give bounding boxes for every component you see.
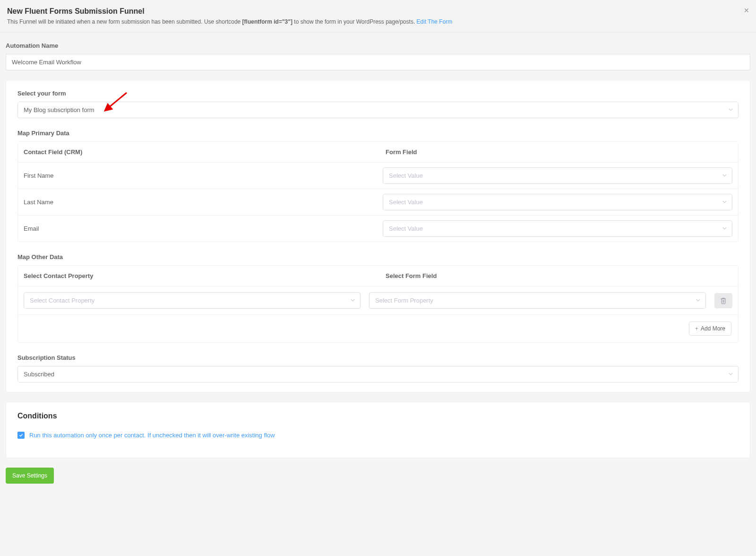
form-field-select[interactable]: Select Value bbox=[383, 194, 732, 210]
subscription-status-value: Subscribed bbox=[24, 371, 54, 378]
select-form-label: Select your form bbox=[17, 90, 739, 97]
conditions-card: Conditions Run this automation only once… bbox=[6, 402, 750, 458]
chevron-down-icon bbox=[350, 297, 355, 304]
conditions-title: Conditions bbox=[17, 412, 739, 420]
form-field-select[interactable]: Select Value bbox=[383, 167, 732, 184]
table-header: Contact Field (CRM) Form Field bbox=[18, 142, 738, 163]
checkbox-icon bbox=[17, 432, 25, 439]
contact-field-label: Last Name bbox=[24, 199, 373, 206]
edit-form-link[interactable]: Edit The Form bbox=[417, 18, 453, 25]
run-once-checkbox-label: Run this automation only once per contac… bbox=[29, 432, 275, 439]
contact-field-label: Email bbox=[24, 225, 373, 232]
map-other-group: Map Other Data Select Contact Property S… bbox=[17, 253, 739, 343]
map-primary-label: Map Primary Data bbox=[17, 130, 739, 137]
th-contact-field: Contact Field (CRM) bbox=[18, 142, 376, 162]
chevron-down-icon bbox=[722, 225, 727, 232]
table-row: Select Contact Property Select Form Prop… bbox=[18, 287, 738, 315]
automation-name-group: Automation Name bbox=[6, 42, 750, 70]
add-more-row: + Add More bbox=[18, 315, 738, 342]
automation-name-label: Automation Name bbox=[6, 42, 750, 49]
table-row: Email Select Value bbox=[18, 216, 738, 242]
run-once-checkbox-row[interactable]: Run this automation only once per contac… bbox=[17, 432, 739, 439]
subscription-status-label: Subscription Status bbox=[17, 354, 739, 361]
select-form-dropdown[interactable]: My Blog subscription form bbox=[17, 102, 739, 118]
map-primary-table: Contact Field (CRM) Form Field First Nam… bbox=[17, 141, 739, 242]
chevron-down-icon bbox=[722, 172, 727, 179]
contact-property-select[interactable]: Select Contact Property bbox=[24, 292, 361, 309]
modal-header: New Fluent Forms Submission Funnel This … bbox=[0, 0, 756, 33]
form-property-select[interactable]: Select Form Property bbox=[369, 292, 706, 309]
subscription-status-group: Subscription Status Subscribed bbox=[17, 354, 739, 382]
chevron-down-icon bbox=[728, 371, 733, 378]
settings-card: Select your form My Blog subscription fo… bbox=[6, 80, 750, 392]
map-other-label: Map Other Data bbox=[17, 253, 739, 261]
modal-description: This Funnel will be initiated when a new… bbox=[7, 18, 749, 25]
table-header: Select Contact Property Select Form Fiel… bbox=[18, 266, 738, 287]
select-form-value: My Blog subscription form bbox=[24, 106, 94, 113]
select-form-group: Select your form My Blog subscription fo… bbox=[17, 90, 739, 118]
chevron-down-icon bbox=[696, 297, 701, 304]
close-icon[interactable]: ✕ bbox=[744, 7, 749, 14]
subscription-status-select[interactable]: Subscribed bbox=[17, 366, 739, 382]
th-form-field: Form Field bbox=[376, 142, 738, 162]
save-settings-button[interactable]: Save Settings bbox=[6, 468, 54, 484]
table-row: First Name Select Value bbox=[18, 163, 738, 189]
table-row: Last Name Select Value bbox=[18, 189, 738, 216]
chevron-down-icon bbox=[722, 199, 727, 206]
th-contact-property: Select Contact Property bbox=[18, 266, 376, 286]
map-primary-group: Map Primary Data Contact Field (CRM) For… bbox=[17, 130, 739, 242]
delete-row-button[interactable] bbox=[714, 293, 732, 308]
plus-icon: + bbox=[695, 325, 698, 332]
contact-field-label: First Name bbox=[24, 172, 373, 179]
th-form-field: Select Form Field bbox=[376, 266, 738, 286]
chevron-down-icon bbox=[728, 106, 733, 113]
automation-name-input[interactable] bbox=[6, 54, 750, 70]
map-other-table: Select Contact Property Select Form Fiel… bbox=[17, 265, 739, 343]
modal-title: New Fluent Forms Submission Funnel bbox=[7, 7, 749, 16]
form-field-select[interactable]: Select Value bbox=[383, 220, 732, 237]
trash-icon bbox=[721, 297, 726, 304]
add-more-button[interactable]: + Add More bbox=[689, 321, 731, 336]
shortcode-text: [fluentform id="3"] bbox=[242, 18, 292, 25]
